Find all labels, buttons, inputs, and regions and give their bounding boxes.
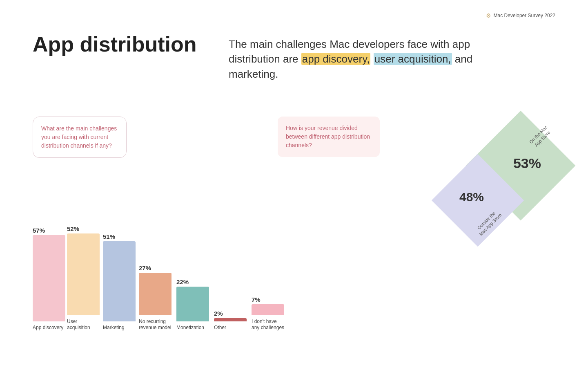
bar-chart: 57%App discovery52%User acquisition51%Ma… — [24, 217, 287, 331]
diamond-pct-53: 53% — [513, 155, 541, 171]
bar-group-3: 27%No recurring revenue model — [139, 221, 172, 331]
bar-rect-4 — [176, 287, 209, 321]
bar-rect-0 — [33, 235, 65, 321]
bar-rect-6 — [252, 304, 284, 315]
diamond-pct-48: 48% — [459, 190, 484, 204]
bar-pct-6: 7% — [252, 296, 261, 303]
bar-group-5: 2%Other — [214, 227, 247, 331]
description: The main challenges Mac developers face … — [229, 37, 474, 81]
question-box-right: How is your revenue divided between diff… — [278, 117, 380, 157]
bar-label-3: No recurring revenue model — [139, 319, 171, 331]
page-title: App distribution — [33, 33, 196, 56]
bar-group-1: 52%User acquisition — [67, 221, 100, 331]
bar-label-5: Other — [214, 325, 226, 331]
gear-icon: ⚙ — [486, 12, 491, 19]
bar-group-2: 51%Marketing — [103, 227, 136, 331]
bar-pct-4: 22% — [176, 279, 189, 285]
bar-rect-3 — [139, 273, 172, 315]
bar-label-6: I don't have any challenges — [252, 319, 284, 331]
highlight-user-acquisition: user acquisition, — [374, 53, 452, 65]
question-box-left: What are the main challenges you are fac… — [33, 117, 127, 158]
bar-label-1: User acquisition — [67, 319, 90, 331]
question-right-text: How is your revenue divided between diff… — [286, 125, 370, 148]
bar-label-2: Marketing — [103, 325, 125, 331]
bar-group-0: 57%App discovery — [33, 227, 65, 331]
bar-pct-0: 57% — [33, 227, 45, 233]
bar-rect-5 — [214, 318, 247, 321]
page-container: ⚙ Mac Developer Survey 2022 App distribu… — [0, 0, 588, 368]
description-middle — [370, 53, 373, 65]
bar-pct-5: 2% — [214, 310, 223, 316]
bar-group-6: 7%I don't have any challenges — [252, 221, 284, 331]
bar-label-0: App discovery — [33, 325, 63, 331]
highlight-app-discovery: app discovery, — [301, 53, 371, 65]
bar-label-4: Monetization — [176, 325, 204, 331]
header-brand: ⚙ Mac Developer Survey 2022 — [486, 12, 555, 19]
brand-text: Mac Developer Survey 2022 — [494, 13, 555, 18]
bar-pct-1: 52% — [67, 226, 79, 232]
bar-pct-2: 51% — [103, 233, 115, 240]
diamond-chart: On the MacApp Store 53% 48% Outside theM… — [425, 119, 564, 270]
bar-rect-1 — [67, 233, 100, 315]
bar-rect-2 — [103, 241, 136, 321]
bar-pct-3: 27% — [139, 265, 151, 271]
bar-group-4: 22%Monetization — [176, 227, 209, 331]
question-left-text: What are the main challenges you are fac… — [41, 125, 117, 149]
